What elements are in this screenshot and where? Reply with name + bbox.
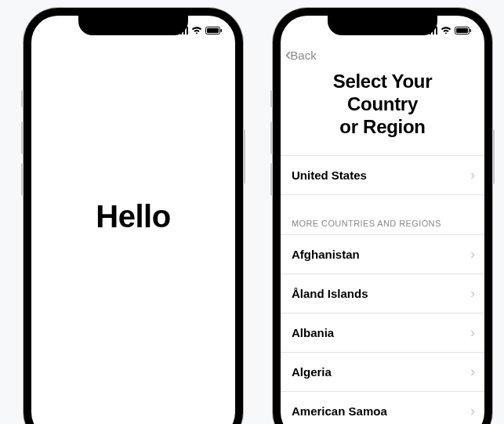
chevron-right-icon: › — [470, 285, 475, 302]
mute-switch — [270, 90, 273, 107]
svg-rect-4 — [456, 28, 468, 33]
notch — [78, 16, 188, 35]
volume-down-button — [270, 163, 273, 196]
chevron-right-icon: › — [470, 364, 475, 380]
nav-bar: ‹ Back — [281, 41, 484, 64]
svg-rect-5 — [470, 29, 472, 32]
country-label: Åland Islands — [292, 287, 368, 300]
power-button — [243, 129, 245, 184]
country-label: Afghanistan — [292, 248, 360, 261]
chevron-right-icon: › — [470, 403, 475, 419]
country-row[interactable]: Albania › — [281, 313, 484, 353]
country-label: United States — [292, 169, 367, 182]
country-row[interactable]: American Samoa › — [281, 392, 484, 424]
volume-up-button — [21, 121, 24, 154]
power-button — [492, 129, 495, 184]
back-label: Back — [290, 49, 316, 62]
battery-icon — [455, 27, 472, 34]
country-row[interactable]: Åland Islands › — [281, 274, 484, 313]
title-line-2: or Region — [339, 116, 425, 137]
back-button[interactable]: ‹ Back — [285, 46, 317, 63]
chevron-right-icon: › — [470, 246, 475, 263]
phone-device-hello: Hello — [24, 8, 243, 424]
title-line-1: Select Your Country — [333, 71, 433, 114]
mute-switch — [21, 90, 24, 107]
country-label: Albania — [292, 326, 334, 339]
svg-rect-2 — [221, 29, 223, 32]
section-header-more: MORE COUNTRIES AND REGIONS — [281, 195, 484, 234]
volume-down-button — [21, 163, 24, 196]
country-row[interactable]: Algeria › — [281, 353, 484, 392]
chevron-right-icon: › — [470, 324, 475, 341]
wifi-icon — [191, 27, 202, 34]
wifi-icon — [441, 27, 451, 34]
country-row-united-states[interactable]: United States › — [281, 155, 484, 195]
svg-rect-1 — [207, 28, 219, 33]
battery-icon — [205, 27, 223, 34]
country-label: American Samoa — [292, 404, 387, 418]
phone-device-region: ‹ Back Select Your Country or Region Uni… — [273, 8, 492, 424]
chevron-right-icon: › — [470, 167, 475, 183]
phone-screen: ‹ Back Select Your Country or Region Uni… — [281, 16, 484, 424]
country-row[interactable]: Afghanistan › — [281, 234, 484, 274]
volume-up-button — [270, 121, 273, 154]
page-title: Select Your Country or Region — [281, 64, 484, 155]
notch — [328, 16, 437, 35]
top-country-list: United States › — [281, 155, 484, 195]
hello-screen[interactable]: Hello — [31, 41, 235, 424]
more-countries-list: Afghanistan › Åland Islands › Albania › … — [281, 234, 484, 424]
hello-text: Hello — [96, 199, 170, 234]
country-label: Algeria — [292, 365, 332, 379]
phone-screen: Hello — [31, 16, 235, 424]
